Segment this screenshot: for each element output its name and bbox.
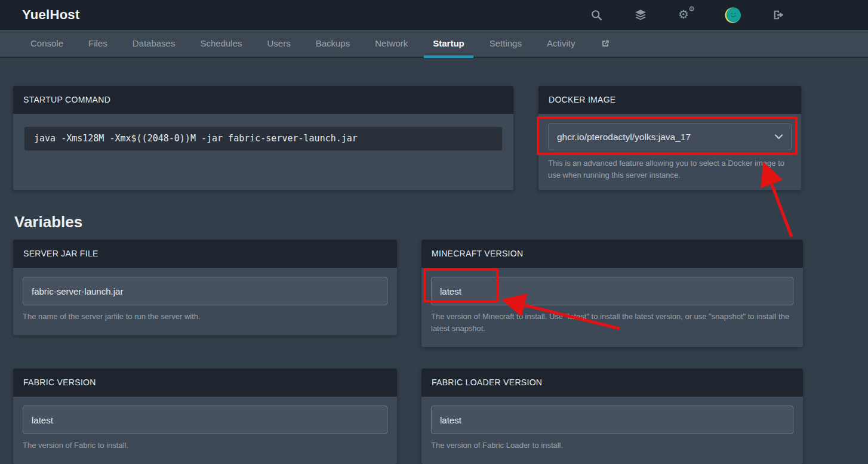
server-nav: Console Files Databases Schedules Users … [0,30,868,58]
docker-image-select[interactable]: ghcr.io/pterodactyl/yolks:java_17 [548,123,792,150]
search-icon[interactable] [590,8,603,21]
fabric-loader-version-title: FABRIC LOADER VERSION [421,369,803,397]
fabric-version-panel: FABRIC VERSION The version of Fabric to … [13,369,397,464]
fabric-loader-version-description: The version of Fabric Loader to install. [431,440,793,451]
server-jar-file-panel: SERVER JAR FILE The name of the server j… [13,240,397,335]
server-startup-page: YuelHost ⚙ ⚙ [0,0,868,464]
topbar: YuelHost ⚙ ⚙ [0,0,868,30]
layers-icon[interactable] [634,8,647,21]
minecraft-version-title: MINECRAFT VERSION [421,240,803,268]
chevron-down-icon [775,134,783,140]
tab-network[interactable]: Network [362,30,420,57]
tab-files[interactable]: Files [76,30,120,57]
tab-backups[interactable]: Backups [303,30,363,57]
tab-activity[interactable]: Activity [534,30,588,57]
fabric-version-description: The version of Fabric to install. [23,440,387,451]
content: STARTUP COMMAND java -Xms128M -Xmx$((204… [0,58,803,464]
tab-databases[interactable]: Databases [120,30,188,57]
gears-icon[interactable]: ⚙ ⚙ [678,8,694,22]
fabric-loader-version-panel: FABRIC LOADER VERSION The version of Fab… [421,369,803,464]
fabric-version-input[interactable] [23,406,387,434]
topbar-icons: ⚙ ⚙ [590,7,785,23]
minecraft-version-panel: MINECRAFT VERSION The version of Minecra… [421,240,803,347]
variables-grid: SERVER JAR FILE The name of the server j… [13,240,803,464]
minecraft-version-input[interactable] [431,277,793,305]
startup-command-field[interactable]: java -Xms128M -Xmx$((2048-0))M -jar fabr… [24,126,503,151]
docker-image-panel: DOCKER IMAGE ghcr.io/pterodactyl/yolks:j… [538,86,801,190]
tab-users[interactable]: Users [255,30,303,57]
tab-settings[interactable]: Settings [477,30,534,57]
startup-command-title: STARTUP COMMAND [13,86,513,114]
variables-heading: Variables [14,213,803,231]
logout-icon[interactable] [772,8,785,21]
fabric-loader-version-input[interactable] [431,406,793,434]
tab-startup[interactable]: Startup [420,30,477,57]
docker-image-title: DOCKER IMAGE [538,86,801,114]
server-jar-file-title: SERVER JAR FILE [13,240,397,268]
brand-title: YuelHost [22,7,80,23]
external-link-icon[interactable] [587,30,623,57]
tab-schedules[interactable]: Schedules [187,30,254,57]
startup-command-panel: STARTUP COMMAND java -Xms128M -Xmx$((204… [13,86,513,190]
server-jar-file-description: The name of the server jarfile to run th… [23,311,387,323]
fabric-version-title: FABRIC VERSION [13,369,397,397]
minecraft-version-description: The version of Minecraft to install. Use… [431,311,793,335]
tab-console[interactable]: Console [18,30,76,57]
user-avatar[interactable] [725,7,741,23]
top-panels-row: STARTUP COMMAND java -Xms128M -Xmx$((204… [13,86,803,190]
docker-image-selected-value: ghcr.io/pterodactyl/yolks:java_17 [557,132,691,143]
server-jar-file-input[interactable] [23,277,387,305]
docker-image-description: This is an advanced feature allowing you… [548,157,792,181]
